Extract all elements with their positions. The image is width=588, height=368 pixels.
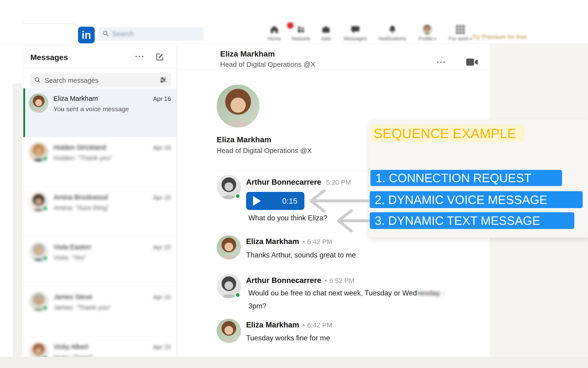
- avatar: [29, 142, 48, 162]
- profile-avatar-large: [217, 85, 260, 128]
- nav-item-profile[interactable]: Profile: [412, 24, 442, 47]
- nav-item-for-work[interactable]: For work: [445, 24, 475, 47]
- profile-avatar: [422, 24, 432, 35]
- nav-item-jobs[interactable]: Jobs: [311, 24, 341, 47]
- network-icon: [296, 24, 306, 35]
- chat-more-options-icon[interactable]: ⋯: [436, 56, 447, 68]
- online-indicator: [42, 305, 48, 311]
- avatar: [29, 93, 48, 113]
- top-navigation-bar: in Search Home Network: [0, 6, 588, 44]
- annotation-step-connection-request: 1. CONNECTION REQUEST: [370, 170, 562, 186]
- message-text: Thanks Arthur, sounds great to me: [246, 251, 356, 259]
- message-text: Would ou be free to chat next week, Tues…: [248, 289, 445, 297]
- compose-message-icon[interactable]: [155, 52, 165, 63]
- page-left-strip: [13, 83, 22, 357]
- search-placeholder: Search: [112, 30, 134, 38]
- divider: [22, 23, 76, 23]
- avatar: [29, 192, 48, 212]
- search-messages-bar[interactable]: [30, 73, 171, 88]
- voice-message-player[interactable]: 0:15: [246, 192, 304, 210]
- message-text: 3pm?: [248, 302, 266, 310]
- online-indicator: [235, 292, 241, 298]
- profile-subtitle: Head of Digital Operations @X: [217, 147, 312, 155]
- message-header: Eliza Markham • 6:42 PM: [246, 321, 332, 329]
- grid-icon: [456, 24, 465, 35]
- message-text: Tuesday works fine for me: [246, 334, 330, 342]
- avatar: [29, 292, 48, 311]
- bell-icon: [387, 24, 397, 35]
- annotation-step-voice-message: 2. DYNAMIC VOICE MESSAGE: [370, 191, 583, 208]
- messages-sidebar: Messages ⋯: [23, 45, 177, 368]
- conversation-amina-brookwood[interactable]: Amina Brookwood Apr 15 Amina: “Sure thin…: [23, 187, 177, 237]
- online-indicator: [42, 255, 48, 261]
- page-bottom-band: [0, 357, 588, 368]
- conversation-james-steve[interactable]: James Steve Apr 15 James: “Thank you”: [23, 286, 177, 337]
- play-icon[interactable]: [253, 196, 261, 206]
- linkedin-logo[interactable]: in: [78, 27, 95, 43]
- sidebar-more-options-icon[interactable]: ⋯: [134, 51, 145, 62]
- try-premium-link[interactable]: Try Premium for free: [472, 33, 527, 41]
- nav-item-home[interactable]: Home: [259, 24, 289, 47]
- avatar-eliza: [217, 235, 241, 259]
- online-indicator: [42, 206, 48, 211]
- online-indicator: [42, 156, 48, 161]
- sidebar-title: Messages: [30, 53, 68, 62]
- search-icon: [102, 30, 109, 38]
- global-search-input[interactable]: Search: [98, 27, 204, 41]
- annotation-step-text-message: 3. DYNAMIC TEXT MESSAGE: [370, 212, 574, 229]
- avatar-arthur: [217, 175, 241, 199]
- briefcase-icon: [321, 24, 331, 35]
- nav-item-notifications[interactable]: Notifications: [377, 24, 407, 47]
- conversation-holden-strickland[interactable]: Holden Strickland Apr 16 Holden: “Thank …: [23, 137, 177, 187]
- filter-icon[interactable]: [159, 77, 167, 84]
- message-header: Arthur Bonnecarrere • 6:52 PM: [246, 276, 354, 285]
- selected-indicator: [23, 88, 25, 137]
- profile-name: Eliza Markham: [217, 135, 271, 144]
- video-call-icon[interactable]: [466, 58, 478, 67]
- search-icon: [34, 76, 41, 84]
- annotation-title: SEQUENCE EXAMPLE: [370, 124, 524, 142]
- online-indicator: [235, 193, 241, 199]
- avatar-arthur: [217, 274, 241, 298]
- chat-header-subtitle: Head of Digital Operations @X: [220, 61, 315, 68]
- home-icon: [270, 24, 279, 35]
- message-header: Eliza Markham • 6:42 PM: [246, 237, 332, 246]
- chat-header-name: Eliza Markham: [220, 49, 275, 58]
- nav-item-messages[interactable]: Messages: [340, 24, 370, 47]
- avatar-eliza: [217, 319, 241, 343]
- annotation-arrows: [306, 183, 373, 236]
- conversation-viola-easton[interactable]: Viola Easton Apr 15 Viola: “Yes”: [23, 237, 177, 287]
- chat-bubble-icon: [351, 24, 360, 35]
- search-messages-input[interactable]: [44, 76, 159, 85]
- divider: [23, 68, 177, 68]
- voice-duration: 0:15: [282, 196, 298, 206]
- avatar: [29, 242, 48, 261]
- linkedin-messaging-screenshot: in Search Home Network: [0, 0, 588, 368]
- conversation-eliza-markham[interactable]: Eliza Markham Apr 16 You sent a voice me…: [23, 88, 177, 137]
- divider: [177, 70, 490, 70]
